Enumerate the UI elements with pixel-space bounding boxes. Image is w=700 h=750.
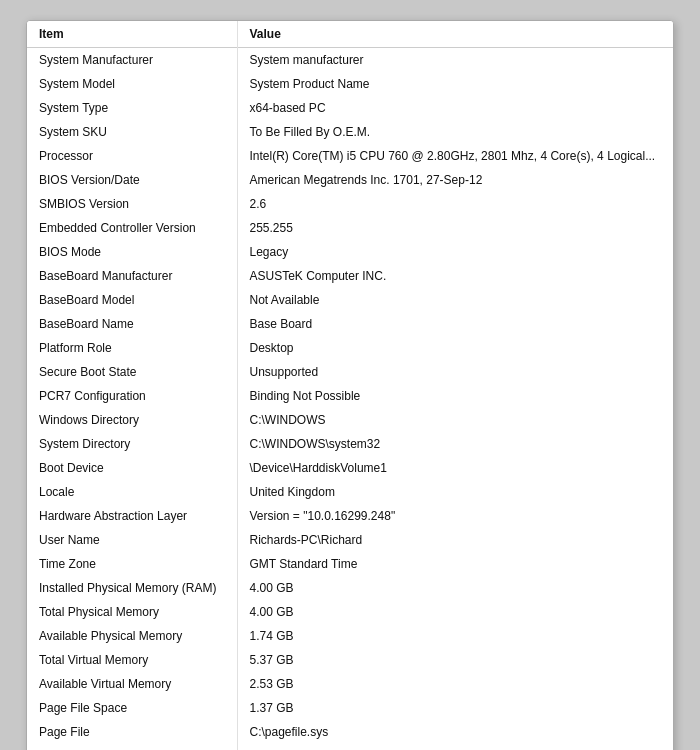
row-item-value: 2.53 GB (237, 672, 673, 696)
row-item-value: Unsupported (237, 360, 673, 384)
table-row: Secure Boot StateUnsupported (27, 360, 673, 384)
row-item-label: Hardware Abstraction Layer (27, 504, 237, 528)
table-row: System DirectoryC:\WINDOWS\system32 (27, 432, 673, 456)
row-item-value: Intel(R) Core(TM) i5 CPU 760 @ 2.80GHz, … (237, 144, 673, 168)
table-row: BaseBoard NameBase Board (27, 312, 673, 336)
row-item-value: 4.00 GB (237, 576, 673, 600)
table-row: PCR7 ConfigurationBinding Not Possible (27, 384, 673, 408)
table-row: Page FileC:\pagefile.sys (27, 720, 673, 744)
row-item-label: Processor (27, 144, 237, 168)
row-item-label: Total Virtual Memory (27, 648, 237, 672)
table-row: LocaleUnited Kingdom (27, 480, 673, 504)
system-info-table: Item Value System ManufacturerSystem man… (27, 21, 673, 750)
row-item-value: Richards-PC\Richard (237, 528, 673, 552)
row-item-value: 1.37 GB (237, 696, 673, 720)
table-row: System Typex64-based PC (27, 96, 673, 120)
row-item-value: Binding Not Possible (237, 384, 673, 408)
table-row: Device Encryption SupportReasons for fai… (27, 744, 673, 750)
row-item-label: BaseBoard Name (27, 312, 237, 336)
row-item-label: Boot Device (27, 456, 237, 480)
table-row: BIOS ModeLegacy (27, 240, 673, 264)
row-item-value: Legacy (237, 240, 673, 264)
row-item-label: User Name (27, 528, 237, 552)
row-item-value: System Product Name (237, 72, 673, 96)
table-row: ProcessorIntel(R) Core(TM) i5 CPU 760 @ … (27, 144, 673, 168)
row-item-value: Base Board (237, 312, 673, 336)
row-item-value: American Megatrends Inc. 1701, 27-Sep-12 (237, 168, 673, 192)
row-item-value: Not Available (237, 288, 673, 312)
table-row: Available Virtual Memory2.53 GB (27, 672, 673, 696)
row-item-label: Embedded Controller Version (27, 216, 237, 240)
table-row: BaseBoard ManufacturerASUSTeK Computer I… (27, 264, 673, 288)
table-row: User NameRichards-PC\Richard (27, 528, 673, 552)
row-item-label: Secure Boot State (27, 360, 237, 384)
row-item-label: Page File Space (27, 696, 237, 720)
row-item-label: Installed Physical Memory (RAM) (27, 576, 237, 600)
table-row: System ModelSystem Product Name (27, 72, 673, 96)
row-item-value: C:\WINDOWS\system32 (237, 432, 673, 456)
row-item-label: System Directory (27, 432, 237, 456)
row-item-value: Desktop (237, 336, 673, 360)
table-row: Total Physical Memory4.00 GB (27, 600, 673, 624)
table-row: Platform RoleDesktop (27, 336, 673, 360)
row-item-value: United Kingdom (237, 480, 673, 504)
row-item-label: BaseBoard Manufacturer (27, 264, 237, 288)
table-container: Item Value System ManufacturerSystem man… (27, 21, 673, 750)
row-item-value: 2.6 (237, 192, 673, 216)
row-item-value: To Be Filled By O.E.M. (237, 120, 673, 144)
table-header-row: Item Value (27, 21, 673, 48)
system-info-window: Item Value System ManufacturerSystem man… (26, 20, 674, 750)
row-item-label: SMBIOS Version (27, 192, 237, 216)
row-item-label: Total Physical Memory (27, 600, 237, 624)
row-item-value: 1.74 GB (237, 624, 673, 648)
column-header-item: Item (27, 21, 237, 48)
row-item-label: System Type (27, 96, 237, 120)
row-item-value: GMT Standard Time (237, 552, 673, 576)
table-row: SMBIOS Version2.6 (27, 192, 673, 216)
row-item-label: System Model (27, 72, 237, 96)
row-item-value: ASUSTeK Computer INC. (237, 264, 673, 288)
table-row: Embedded Controller Version255.255 (27, 216, 673, 240)
table-row: Boot Device\Device\HarddiskVolume1 (27, 456, 673, 480)
row-item-label: System SKU (27, 120, 237, 144)
row-item-label: BIOS Mode (27, 240, 237, 264)
table-row: Installed Physical Memory (RAM)4.00 GB (27, 576, 673, 600)
row-item-label: System Manufacturer (27, 48, 237, 73)
table-row: BIOS Version/DateAmerican Megatrends Inc… (27, 168, 673, 192)
row-item-value: 4.00 GB (237, 600, 673, 624)
row-item-label: Device Encryption Support (27, 744, 237, 750)
row-item-value: 255.255 (237, 216, 673, 240)
row-item-label: BIOS Version/Date (27, 168, 237, 192)
row-item-label: Available Virtual Memory (27, 672, 237, 696)
row-item-value: x64-based PC (237, 96, 673, 120)
row-item-value: Version = "10.0.16299.248" (237, 504, 673, 528)
row-item-value: System manufacturer (237, 48, 673, 73)
row-item-value: 5.37 GB (237, 648, 673, 672)
table-row: BaseBoard ModelNot Available (27, 288, 673, 312)
row-item-label: BaseBoard Model (27, 288, 237, 312)
table-row: Time ZoneGMT Standard Time (27, 552, 673, 576)
table-row: Hardware Abstraction LayerVersion = "10.… (27, 504, 673, 528)
row-item-label: Available Physical Memory (27, 624, 237, 648)
row-item-label: Windows Directory (27, 408, 237, 432)
row-item-value: Reasons for failed automatic device encr… (237, 744, 673, 750)
table-row: System SKUTo Be Filled By O.E.M. (27, 120, 673, 144)
table-row: Windows DirectoryC:\WINDOWS (27, 408, 673, 432)
row-item-label: Locale (27, 480, 237, 504)
table-row: Page File Space1.37 GB (27, 696, 673, 720)
table-row: System ManufacturerSystem manufacturer (27, 48, 673, 73)
table-row: Total Virtual Memory5.37 GB (27, 648, 673, 672)
row-item-label: Time Zone (27, 552, 237, 576)
column-header-value: Value (237, 21, 673, 48)
row-item-value: \Device\HarddiskVolume1 (237, 456, 673, 480)
row-item-value: C:\WINDOWS (237, 408, 673, 432)
table-row: Available Physical Memory1.74 GB (27, 624, 673, 648)
row-item-value: C:\pagefile.sys (237, 720, 673, 744)
row-item-label: Page File (27, 720, 237, 744)
row-item-label: Platform Role (27, 336, 237, 360)
row-item-label: PCR7 Configuration (27, 384, 237, 408)
